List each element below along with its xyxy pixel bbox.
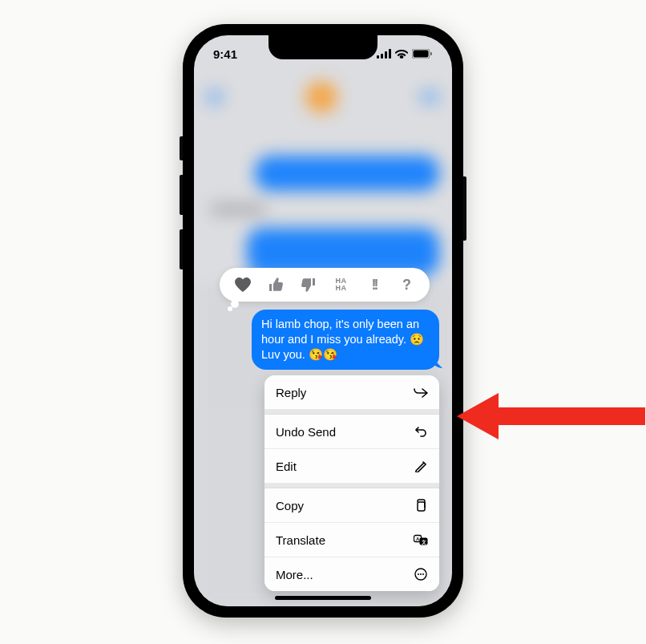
svg-point-13 — [418, 573, 419, 575]
iphone-frame: 9:41 — [183, 24, 463, 618]
screen: 9:41 — [194, 35, 452, 606]
annotation-arrow — [457, 388, 645, 448]
svg-point-14 — [420, 573, 422, 575]
svg-text:文: 文 — [421, 539, 426, 545]
menu-item-more[interactable]: More... — [264, 557, 439, 591]
tapback-heart[interactable] — [231, 273, 255, 297]
message-text: Hi lamb chop, it's only been an hour and… — [261, 318, 424, 361]
tapback-haha[interactable]: HA HA — [329, 273, 353, 297]
reply-arrow-icon — [414, 385, 428, 399]
svg-rect-7 — [418, 502, 425, 511]
svg-point-15 — [422, 573, 424, 575]
menu-label: More... — [276, 568, 313, 581]
tapback-exclaim[interactable]: !! — [362, 273, 386, 297]
wifi-icon — [395, 49, 408, 59]
menu-label: Reply — [276, 386, 306, 399]
svg-marker-16 — [457, 393, 645, 439]
menu-item-copy[interactable]: Copy — [264, 488, 439, 523]
battery-icon — [412, 49, 433, 59]
status-time: 9:41 — [213, 47, 237, 61]
volume-buttons — [180, 136, 183, 284]
menu-item-translate[interactable]: Translate A文 — [264, 523, 439, 557]
undo-icon — [414, 424, 428, 439]
svg-rect-3 — [389, 49, 391, 59]
svg-rect-2 — [385, 51, 387, 59]
tapback-thumbs-down[interactable] — [297, 273, 321, 297]
svg-rect-6 — [430, 52, 432, 55]
power-button — [463, 176, 466, 241]
tapback-thumbs-up[interactable] — [264, 273, 288, 297]
menu-label: Copy — [276, 499, 304, 512]
menu-label: Undo Send — [276, 425, 336, 439]
svg-text:A: A — [416, 537, 420, 541]
svg-rect-5 — [414, 51, 429, 58]
home-indicator[interactable] — [275, 596, 371, 600]
menu-item-edit[interactable]: Edit — [264, 449, 439, 484]
message-context-menu: Reply Undo Send Edit — [264, 375, 439, 591]
translate-icon: A文 — [414, 533, 428, 547]
ellipsis-circle-icon — [414, 567, 428, 581]
tapback-question[interactable]: ? — [395, 273, 419, 297]
svg-rect-0 — [377, 55, 379, 59]
tapback-bar: HA HA !! ? — [220, 268, 430, 302]
menu-item-reply[interactable]: Reply — [264, 375, 439, 410]
copy-icon — [414, 498, 428, 512]
cellular-icon — [377, 49, 391, 59]
notch — [268, 35, 378, 59]
menu-item-undo-send[interactable]: Undo Send — [264, 415, 439, 449]
menu-label: Edit — [276, 460, 297, 473]
pencil-icon — [414, 459, 428, 473]
svg-rect-1 — [381, 54, 383, 59]
menu-label: Translate — [276, 533, 325, 547]
status-right — [377, 49, 433, 59]
selected-message-bubble[interactable]: Hi lamb chop, it's only been an hour and… — [252, 310, 439, 370]
